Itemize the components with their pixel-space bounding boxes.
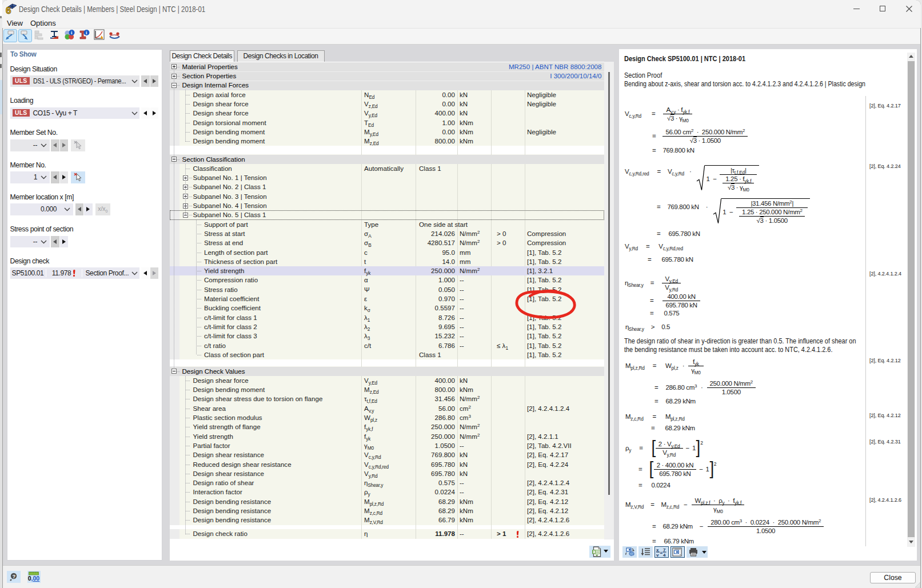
svg-text:4: 4 [663, 553, 666, 557]
svg-text:6: 6 [6, 5, 11, 15]
svg-text:y: y [656, 553, 659, 557]
svg-text:=: = [660, 550, 663, 555]
svg-text:?: ? [12, 573, 15, 579]
